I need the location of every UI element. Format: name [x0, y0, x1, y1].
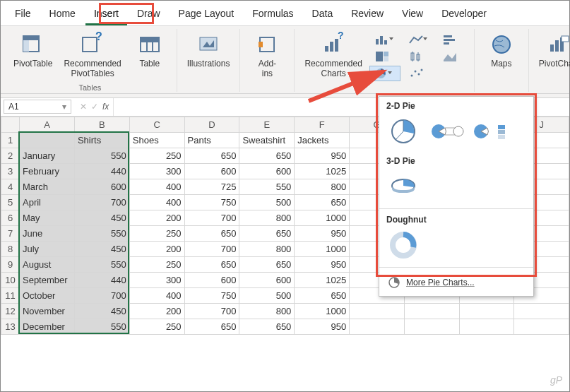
cell-E7[interactable]: 650 [239, 225, 295, 241]
cell-H13[interactable] [404, 319, 459, 334]
cell-A12[interactable]: November [19, 303, 74, 319]
cell-A8[interactable]: July [19, 241, 74, 256]
pie-3d-option[interactable] [388, 173, 422, 200]
tab-file[interactable]: File [6, 5, 40, 25]
cell-C4[interactable]: 400 [129, 179, 184, 194]
cell-F5[interactable]: 650 [295, 194, 350, 210]
cell-F10[interactable]: 1025 [295, 272, 350, 287]
cell-A9[interactable]: August [19, 256, 74, 272]
recommended-pivottables-button[interactable]: ? Recommended PivotTables [58, 29, 126, 82]
cell-D10[interactable]: 600 [184, 272, 239, 287]
cell-D1[interactable]: Pants [184, 132, 239, 148]
cell-F8[interactable]: 1000 [295, 241, 350, 256]
cell-B3[interactable]: 440 [74, 163, 129, 179]
cell-F1[interactable]: Jackets [295, 132, 350, 148]
recommended-charts-button[interactable]: ? Recommended Charts [299, 29, 367, 84]
col-header-B[interactable]: B [74, 117, 129, 132]
cell-E9[interactable]: 650 [239, 256, 295, 272]
cell-I12[interactable] [459, 303, 514, 319]
cell-D7[interactable]: 650 [184, 225, 239, 241]
cell-A1[interactable] [19, 132, 74, 148]
cell-F12[interactable]: 1000 [295, 303, 350, 319]
cell-B8[interactable]: 450 [74, 241, 129, 256]
illustrations-button[interactable]: Illustrations [182, 29, 236, 71]
column-chart-dropdown[interactable] [369, 32, 400, 47]
cell-A2[interactable]: January [19, 148, 74, 163]
cell-F3[interactable]: 1025 [295, 163, 350, 179]
pivottable-button[interactable]: PivotTable [8, 29, 58, 82]
cell-A10[interactable]: September [19, 272, 74, 287]
row-header-12[interactable]: 12 [1, 303, 20, 319]
cell-D13[interactable]: 650 [184, 319, 239, 334]
col-header-A[interactable]: A [19, 117, 74, 132]
cell-E11[interactable]: 500 [239, 287, 295, 303]
cell-C5[interactable]: 400 [129, 194, 184, 210]
tab-draw[interactable]: Draw [129, 5, 169, 25]
row-header-4[interactable]: 4 [1, 179, 20, 194]
cell-B10[interactable]: 440 [74, 272, 129, 287]
tab-developer[interactable]: Developer [433, 5, 495, 25]
row-header-3[interactable]: 3 [1, 163, 20, 179]
cell-B11[interactable]: 700 [74, 287, 129, 303]
bar-of-pie-option[interactable] [473, 118, 506, 145]
cell-G12[interactable] [350, 303, 405, 319]
cell-E2[interactable]: 650 [239, 148, 295, 163]
cell-A5[interactable]: April [19, 194, 74, 210]
cell-E3[interactable]: 600 [239, 163, 295, 179]
row-header-11[interactable]: 11 [1, 287, 20, 303]
cell-C9[interactable]: 250 [129, 256, 184, 272]
cell-F9[interactable]: 950 [295, 256, 350, 272]
cell-B5[interactable]: 700 [74, 194, 129, 210]
cell-E1[interactable]: Sweatshirt [239, 132, 295, 148]
row-header-1[interactable]: 1 [1, 132, 20, 148]
cell-E6[interactable]: 800 [239, 210, 295, 225]
cell-A11[interactable]: October [19, 287, 74, 303]
row-header-13[interactable]: 13 [1, 319, 20, 334]
cell-D2[interactable]: 650 [184, 148, 239, 163]
cell-C13[interactable]: 250 [129, 319, 184, 334]
row-header-9[interactable]: 9 [1, 256, 20, 272]
bar-chart-dropdown[interactable] [437, 32, 468, 47]
cell-B13[interactable]: 550 [74, 319, 129, 334]
col-header-F[interactable]: F [295, 117, 350, 132]
cell-D6[interactable]: 700 [184, 210, 239, 225]
cell-B2[interactable]: 550 [74, 148, 129, 163]
line-chart-dropdown[interactable] [403, 32, 434, 47]
cell-D4[interactable]: 725 [184, 179, 239, 194]
cell-F6[interactable]: 1000 [295, 210, 350, 225]
tab-pagelayout[interactable]: Page Layout [170, 5, 243, 25]
cell-D12[interactable]: 700 [184, 303, 239, 319]
cell-H12[interactable] [404, 303, 459, 319]
tab-home[interactable]: Home [41, 5, 84, 25]
pivotchart-button[interactable]: PivotChart [533, 29, 570, 71]
cell-C2[interactable]: 250 [129, 148, 184, 163]
surface-chart-dropdown[interactable] [437, 49, 468, 64]
cell-B9[interactable]: 550 [74, 256, 129, 272]
cell-C1[interactable]: Shoes [129, 132, 184, 148]
row-header-10[interactable]: 10 [1, 272, 20, 287]
col-header-C[interactable]: C [129, 117, 184, 132]
row-header-2[interactable]: 2 [1, 148, 20, 163]
fx-icon[interactable]: fx [102, 102, 109, 112]
tab-data[interactable]: Data [304, 5, 342, 25]
cell-E4[interactable]: 550 [239, 179, 295, 194]
cell-C6[interactable]: 200 [129, 210, 184, 225]
pie-2d-option[interactable] [388, 118, 422, 145]
row-header-8[interactable]: 8 [1, 241, 20, 256]
cell-C10[interactable]: 300 [129, 272, 184, 287]
cell-E8[interactable]: 800 [239, 241, 295, 256]
cell-F4[interactable]: 800 [295, 179, 350, 194]
cell-E13[interactable]: 650 [239, 319, 295, 334]
col-header-D[interactable]: D [184, 117, 239, 132]
cell-C11[interactable]: 400 [129, 287, 184, 303]
cell-C12[interactable]: 200 [129, 303, 184, 319]
cell-B12[interactable]: 450 [74, 303, 129, 319]
cell-D8[interactable]: 700 [184, 241, 239, 256]
cell-I13[interactable] [459, 319, 514, 334]
cell-B1[interactable]: Shirts [74, 132, 129, 148]
maps-button[interactable]: Maps [479, 29, 524, 71]
more-pie-charts-option[interactable]: More Pie Charts... [379, 269, 533, 296]
addins-button[interactable]: Add- ins [244, 29, 290, 82]
cell-B7[interactable]: 550 [74, 225, 129, 241]
tab-review[interactable]: Review [343, 5, 392, 25]
